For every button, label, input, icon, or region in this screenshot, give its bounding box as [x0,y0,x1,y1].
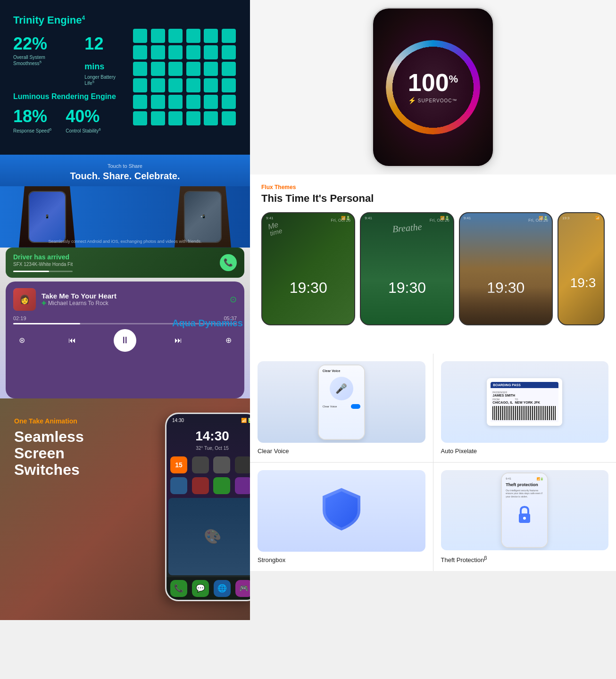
trinity-stats-row1: 22% Overall System Smoothness5 12 mins L… [13,34,124,86]
trinity-title: Trinity Engine4 [13,14,124,26]
trinity-cell [186,95,200,109]
music-artist-name: Michael Learns To Rock [48,300,108,306]
flux-panel: Flux Themes This Time It's Personal 9:41… [250,174,616,354]
onetake-dock: 📞 💬 🌐 🎮 [166,577,250,600]
clearvoice-phone-mockup: Clear Voice 🎤 Clear Voice [318,364,365,440]
trinity-stats-row2: 18% Response Speed6 40% Control Stabilit… [13,107,124,133]
onetake-illustration: 🎨 [168,498,250,575]
theft-phone-mockup: 9:41 📶🔋 Theft protection Our intelligent… [501,472,548,548]
flux-watermark-2: Breathe [392,221,422,234]
trinity-cell [222,45,236,59]
game-app-icon: 🎮 [235,580,250,597]
trinity-stat-response: 18% Response Speed6 [13,107,51,133]
strongbox-label: Strongbox [258,556,285,563]
music-player: 👩 Take Me To Your Heart ✚ Michael Learns… [6,282,244,398]
driver-notification: Driver has arrived SFX 1234K-White Honda… [6,248,244,278]
trinity-stat-smoothness: 22% Overall System Smoothness5 [13,34,70,86]
trinity-cell [151,78,165,92]
onetake-apps-mid [166,475,250,496]
trinity-cell [133,29,147,43]
charging-phone-mockup: 100% ⚡ SUPERVOOC™ [372,7,494,167]
autopixelate-image: BOARDING PASS PASSENGER JAMES SMITH F [441,361,609,443]
theft-screen-title: Theft protection [506,482,543,487]
trinity-stat2-val: 12 mins [84,34,124,74]
cast-button[interactable]: ⊛ [13,332,30,349]
flux-status-4: 19:3📶 [558,216,604,220]
previous-button[interactable]: ⏮ [64,332,81,349]
left-column: Trinity Engine4 22% Overall System Smoot… [0,0,250,620]
trinity-cell [222,62,236,76]
trinity-cell [186,111,200,125]
flux-phone-2: 9:41📶🔋 Breathe Fri, Oct 26 19:30 [360,212,454,325]
theftprotection-label: Theft Protectionβ [441,555,487,563]
trinity-cell [186,62,200,76]
trinity-cell [168,95,183,109]
flux-phones-row: 9:41📶🔋 Me time Fri, Oct 26 19:30 9:41📶🔋 … [261,212,605,325]
trinity-cell [204,111,218,125]
driver-phone-icon: 📞 [220,254,237,271]
trinity-cell [133,95,147,109]
trinity-stat2-label: Longer Battery Life5 [84,75,124,86]
app-icon [192,477,209,494]
features-panel: Clear Voice 🎤 Clear Voice Clear Voice [250,354,616,571]
onetake-time-display: 14:30 [166,425,250,446]
bp-header: BOARDING PASS [491,382,558,388]
trinity-stat1-val: 22% [13,34,70,54]
flux-phone-4-screen: 19:3📶 19:3 [558,213,604,324]
trinity-cell [133,45,147,59]
onetake-status-icons: 📶🔋 [241,418,250,423]
charging-screen: 100% ⚡ SUPERVOOC™ [373,8,493,166]
theft-status-bar: 9:41 📶🔋 [506,477,543,480]
trinity-cell [151,45,165,59]
aqua-dynamics-label: Aqua Dynamics [172,317,243,328]
trinity-cell [151,29,165,43]
trinity-cell [222,111,236,125]
app-icon [213,477,230,494]
music-album-art: 👩 [13,288,36,311]
calendar-app-icon: 15 [170,456,187,473]
clearvoice-toggle[interactable] [351,404,360,409]
strongbox-shield-svg [318,484,365,536]
app-icon [170,477,187,494]
trinity-cell [168,29,183,43]
trinity-stat4-label: Control Stability6 [66,127,100,133]
bp-barcode [492,406,557,420]
trinity-cell [204,29,218,43]
bp-from-field: FROM CHICAGO, IL [492,398,513,404]
charging-panel: 100% ⚡ SUPERVOOC™ [250,0,616,174]
touch-label: Touch to Share [108,163,142,169]
music-song-title: Take Me To Your Heart [42,292,224,300]
next-button[interactable]: ⏭ [170,332,187,349]
music-current-time: 02:19 [13,315,26,321]
trinity-cell [151,111,165,125]
theft-screen-desc: Our intelligent security features ensure… [506,489,543,498]
trinity-cell [204,62,218,76]
trinity-cell [186,45,200,59]
flux-phone-1-screen: 9:41📶🔋 Me time Fri, Oct 26 19:30 [262,213,354,324]
onetake-title: Seamless Screen Switches [14,429,118,479]
bp-route-row: FROM CHICAGO, IL TO NEW YORK JFK [492,398,557,404]
add-button[interactable]: ⊕ [220,332,237,349]
trinity-cell [168,111,183,125]
mountain-gradient [460,287,552,324]
music-artist-row: ✚ Michael Learns To Rock [42,300,224,306]
play-pause-button[interactable]: ⏸ [114,329,136,352]
flux-phone-1: 9:41📶🔋 Me time Fri, Oct 26 19:30 [261,212,355,325]
trinity-stat3-label: Response Speed6 [13,127,51,133]
driver-title: Driver has arrived [13,253,73,261]
trinity-stat-battery: 12 mins Longer Battery Life5 [84,34,124,86]
trinity-grid [133,29,237,125]
trinity-cell [151,62,165,76]
flux-title: This Time It's Personal [261,192,605,205]
app-icon [213,456,230,473]
onetake-status-bar: 14:30 📶🔋 [166,414,250,425]
trinity-cell [204,78,218,92]
flux-phone-2-screen: 9:41📶🔋 Breathe Fri, Oct 26 19:30 [361,213,453,324]
onetake-text-block: One Take Animation Seamless Screen Switc… [14,417,118,479]
charging-content: 100% ⚡ SUPERVOOC™ [408,70,458,104]
spotify-logo-icon: ⊙ [230,294,237,305]
trinity-cell [204,45,218,59]
svg-point-1 [523,517,526,520]
bp-content: PASSENGER JAMES SMITH FROM CHICAGO, IL [491,388,558,422]
flux-time-2: 19:30 [388,279,426,297]
